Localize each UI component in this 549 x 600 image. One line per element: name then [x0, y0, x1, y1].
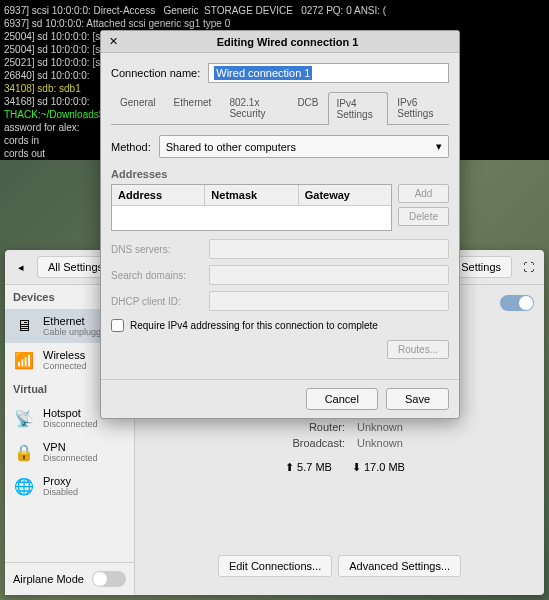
connection-toggle[interactable]: [500, 295, 534, 311]
col-gateway: Gateway: [299, 185, 391, 205]
require-ipv4-checkbox[interactable]: [111, 319, 124, 332]
download-traffic: ⬇ 17.0 MB: [352, 461, 405, 474]
tab-ipv4[interactable]: IPv4 Settings: [328, 92, 389, 125]
tab-dcb[interactable]: DCB: [288, 91, 327, 124]
add-button[interactable]: Add: [398, 184, 449, 203]
routes-button[interactable]: Routes...: [387, 340, 449, 359]
dialog-title: Editing Wired connection 1: [124, 36, 451, 48]
airplane-mode-label: Airplane Mode: [13, 573, 84, 585]
back-icon[interactable]: ◂: [11, 257, 31, 277]
sidebar-item-proxy[interactable]: 🌐 Proxy Disabled: [5, 469, 134, 503]
ethernet-icon: 🖥: [13, 315, 35, 337]
addresses-table[interactable]: Address Netmask Gateway: [111, 184, 392, 231]
col-netmask: Netmask: [205, 185, 298, 205]
tab-ipv6[interactable]: IPv6 Settings: [388, 91, 449, 124]
tab-general[interactable]: General: [111, 91, 165, 124]
delete-button[interactable]: Delete: [398, 207, 449, 226]
lock-icon: 🔒: [13, 441, 35, 463]
dhcp-client-input: [209, 291, 449, 311]
expand-icon[interactable]: ⛶: [518, 257, 538, 277]
method-select[interactable]: Shared to other computers ▾: [159, 135, 449, 158]
wireless-icon: 📶: [13, 349, 35, 371]
edit-connections-button[interactable]: Edit Connections...: [218, 555, 332, 577]
connection-name-input[interactable]: Wired connection 1: [208, 63, 449, 83]
airplane-mode-toggle[interactable]: [92, 571, 126, 587]
chevron-down-icon: ▾: [436, 140, 442, 153]
advanced-settings-button[interactable]: Advanced Settings...: [338, 555, 461, 577]
cancel-button[interactable]: Cancel: [306, 388, 378, 410]
proxy-icon: 🌐: [13, 475, 35, 497]
dhcp-client-label: DHCP client ID:: [111, 296, 201, 307]
col-address: Address: [112, 185, 205, 205]
tab-ethernet[interactable]: Ethernet: [165, 91, 221, 124]
search-domains-label: Search domains:: [111, 270, 201, 281]
connection-name-label: Connection name:: [111, 67, 200, 79]
tab-8021x[interactable]: 802.1x Security: [220, 91, 288, 124]
method-label: Method:: [111, 141, 151, 153]
dns-label: DNS servers:: [111, 244, 201, 255]
require-ipv4-label: Require IPv4 addressing for this connect…: [130, 320, 378, 331]
addresses-label: Addresses: [111, 168, 449, 180]
dialog-tabs: General Ethernet 802.1x Security DCB IPv…: [111, 91, 449, 125]
hotspot-icon: 📡: [13, 407, 35, 429]
save-button[interactable]: Save: [386, 388, 449, 410]
airplane-mode-row: Airplane Mode: [5, 562, 134, 595]
close-icon[interactable]: ✕: [109, 35, 118, 48]
search-domains-input: [209, 265, 449, 285]
sidebar-item-vpn[interactable]: 🔒 VPN Disconnected: [5, 435, 134, 469]
dns-input: [209, 239, 449, 259]
dialog-titlebar: ✕ Editing Wired connection 1: [101, 31, 459, 53]
edit-connection-dialog: ✕ Editing Wired connection 1 Connection …: [100, 30, 460, 419]
upload-traffic: ⬆ 5.7 MB: [285, 461, 332, 474]
